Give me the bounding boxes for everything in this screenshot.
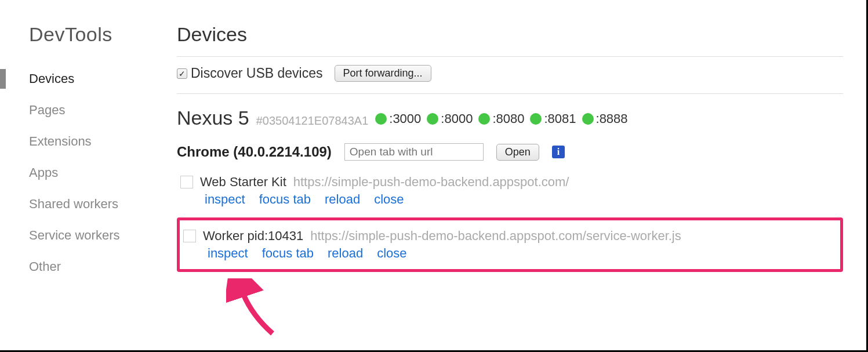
status-dot-icon [530,113,542,125]
discover-usb-checkbox[interactable]: ✓ Discover USB devices [177,66,323,81]
port-label: :8080 [492,111,524,126]
inspect-target: Web Starter Kithttps://simple-push-demo-… [177,171,843,213]
status-dot-icon [427,113,438,125]
reload-link[interactable]: reload [328,246,363,261]
status-dot-icon [375,113,387,125]
target-url: https://simple-push-demo-backend.appspot… [310,228,681,244]
inspect-target: Worker pid:10431https://simple-push-demo… [177,217,843,272]
open-tab-url-input[interactable] [344,143,484,161]
sidebar-item-apps[interactable]: Apps [29,157,159,188]
toolbar: ✓ Discover USB devices Port forwarding..… [177,65,843,94]
target-title: Web Starter Kit [200,175,286,190]
browser-label: Chrome (40.0.2214.109) [177,144,332,160]
device-name: Nexus 5 [177,107,249,129]
sidebar-item-pages[interactable]: Pages [29,95,159,126]
target-checkbox[interactable] [180,176,193,188]
inspect-link[interactable]: inspect [208,246,248,261]
port-forwarding-button[interactable]: Port forwarding... [335,65,431,82]
port-list: :3000:8000:8080:8081:8888 [375,111,627,126]
status-dot-icon [478,113,490,125]
reload-link[interactable]: reload [325,192,360,207]
sidebar-item-devices[interactable]: Devices [29,63,159,95]
port-indicator: :8888 [582,111,628,126]
target-checkbox[interactable] [183,230,196,242]
port-indicator: :3000 [375,111,421,126]
sidebar-title: DevTools [29,23,159,46]
port-label: :8081 [544,111,576,126]
port-indicator: :8080 [478,111,524,126]
port-indicator: :8000 [427,111,473,126]
sidebar-item-other[interactable]: Other [29,251,159,282]
sidebar: DevTools DevicesPagesExtensionsAppsShare… [0,0,159,350]
discover-usb-label: Discover USB devices [191,66,323,81]
focus-tab-link[interactable]: focus tab [259,192,311,207]
status-dot-icon [582,113,594,125]
checkbox-icon: ✓ [177,68,187,79]
target-title: Worker pid:10431 [203,228,303,244]
info-icon[interactable]: i [552,146,565,158]
device-header: Nexus 5 #03504121E07843A1 :3000:8000:808… [177,107,843,129]
sidebar-item-extensions[interactable]: Extensions [29,126,159,157]
port-indicator: :8081 [530,111,576,126]
target-url: https://simple-push-demo-backend.appspot… [293,175,569,190]
device-id: #03504121E07843A1 [256,114,369,128]
main-panel: Devices ✓ Discover USB devices Port forw… [159,0,866,350]
browser-row: Chrome (40.0.2214.109) Open i [177,143,843,161]
port-label: :8000 [441,111,473,126]
port-label: :8888 [596,111,628,126]
sidebar-item-service-workers[interactable]: Service workers [29,220,159,251]
close-link[interactable]: close [377,246,406,261]
sidebar-item-shared-workers[interactable]: Shared workers [29,188,159,220]
page-title: Devices [177,23,843,57]
close-link[interactable]: close [374,192,404,207]
focus-tab-link[interactable]: focus tab [262,246,314,261]
inspect-link[interactable]: inspect [205,192,245,207]
open-button[interactable]: Open [496,144,539,161]
port-label: :3000 [389,111,421,126]
